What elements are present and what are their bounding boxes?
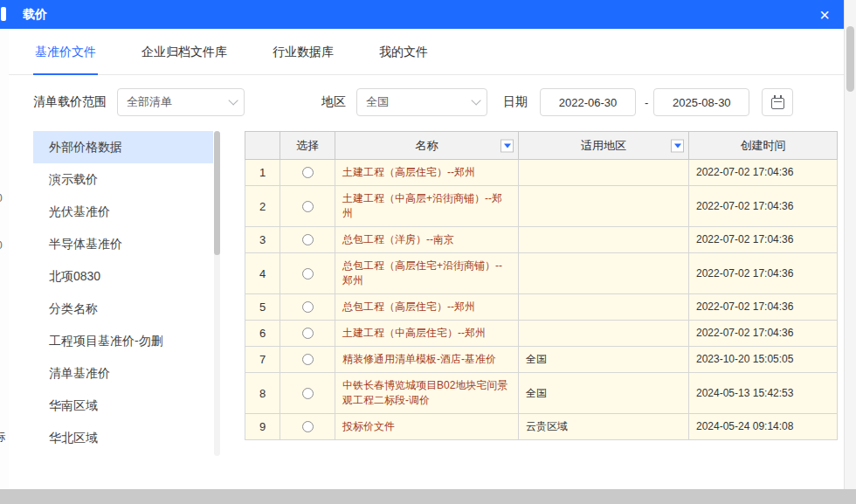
row-name: 土建工程（中高层住宅）--郑州 bbox=[335, 321, 519, 347]
row-index: 4 bbox=[245, 253, 280, 294]
row-created: 2024-05-13 15:42:53 bbox=[689, 373, 838, 414]
row-select-cell bbox=[280, 227, 335, 253]
category-sidebar: 外部价格数据演示载价光伏基准价半导体基准价北项0830分类名称工程项目基准价-勿… bbox=[33, 131, 222, 454]
date-label: 日期 bbox=[503, 94, 528, 110]
region-select[interactable]: 全国 bbox=[356, 88, 487, 116]
row-region bbox=[519, 160, 689, 186]
sidebar-item[interactable]: 光伏基准价 bbox=[33, 196, 213, 228]
table-row[interactable]: 5 总包工程（高层住宅）--郑州 2022-07-02 17:04:36 bbox=[245, 294, 838, 321]
radio-button[interactable] bbox=[302, 268, 314, 280]
sidebar-item[interactable]: 华南区域 bbox=[33, 390, 213, 422]
scope-label: 清单载价范围 bbox=[33, 94, 107, 110]
row-select-cell bbox=[280, 186, 335, 227]
sidebar-item[interactable]: 清单基准价 bbox=[33, 357, 213, 390]
radio-button[interactable] bbox=[302, 328, 314, 339]
row-index: 9 bbox=[245, 414, 280, 440]
tab-item[interactable]: 企业归档文件库 bbox=[140, 45, 229, 75]
row-name: 精装修通用清单模板-酒店-基准价 bbox=[335, 347, 519, 373]
scope-select[interactable]: 全部清单 bbox=[117, 88, 245, 116]
date-start-input[interactable]: 2022-06-30 bbox=[540, 88, 636, 116]
date-range-separator: - bbox=[645, 96, 648, 109]
row-index: 6 bbox=[245, 321, 280, 347]
region-column-header-label: 适用地区 bbox=[581, 139, 626, 152]
radio-button[interactable] bbox=[302, 388, 314, 399]
region-label: 地区 bbox=[321, 94, 346, 110]
table-row[interactable]: 7 精装修通用清单模板-酒店-基准价 全国 2023-10-20 15:05:0… bbox=[245, 347, 838, 373]
screen: 0 0 标 载价 × 基准价文件企业归档文件库行业数据库我的文件 清单载价范围 … bbox=[0, 0, 856, 504]
row-created: 2022-07-02 17:04:36 bbox=[689, 186, 838, 227]
row-name: 投标价文件 bbox=[335, 414, 519, 440]
sidebar-item[interactable]: 外部价格数据 bbox=[33, 131, 213, 163]
row-region bbox=[519, 294, 689, 321]
sidebar-item[interactable]: 演示载价 bbox=[33, 163, 213, 196]
row-created: 2022-07-02 17:04:36 bbox=[689, 160, 838, 186]
sidebar-item[interactable]: 北项0830 bbox=[33, 260, 213, 293]
tab-item[interactable]: 我的文件 bbox=[377, 45, 430, 75]
sidebar-item[interactable]: 分类名称 bbox=[33, 293, 213, 325]
calendar-icon bbox=[771, 98, 784, 109]
table-row[interactable]: 8 中铁长春博览城项目B02地块宅间景观工程二标段-调价 全国 2024-05-… bbox=[245, 373, 838, 414]
tab-item[interactable]: 基准价文件 bbox=[33, 45, 98, 75]
row-select-cell bbox=[280, 321, 335, 347]
name-column-header: 名称 bbox=[335, 132, 519, 160]
table-row[interactable]: 1 土建工程（高层住宅）--郑州 2022-07-02 17:04:36 bbox=[245, 160, 838, 186]
filter-bar: 清单载价范围 全部清单 地区 全国 日期 2022-06-30 - 2025-0… bbox=[33, 87, 821, 117]
row-region bbox=[519, 321, 689, 347]
table-row[interactable]: 3 总包工程（洋房）--南京 2022-07-02 17:04:36 bbox=[245, 227, 838, 253]
row-region: 全国 bbox=[519, 347, 689, 373]
price-file-table: 选择 名称 适用地区 创建时间 1 bbox=[245, 131, 838, 454]
date-picker-button[interactable] bbox=[762, 88, 793, 116]
tab-bar: 基准价文件企业归档文件库行业数据库我的文件 bbox=[9, 29, 844, 75]
sidebar-item[interactable]: 半导体基准价 bbox=[33, 228, 213, 260]
dialog-content: 外部价格数据演示载价光伏基准价半导体基准价北项0830分类名称工程项目基准价-勿… bbox=[33, 131, 821, 454]
sidebar-item[interactable]: 工程项目基准价-勿删 bbox=[33, 325, 213, 357]
region-filter-button[interactable] bbox=[671, 139, 684, 152]
table-row[interactable]: 9 投标价文件 云贵区域 2024-05-24 09:14:08 bbox=[245, 414, 838, 440]
row-region: 全国 bbox=[519, 373, 689, 414]
background-text-fragment: 标 bbox=[0, 430, 5, 445]
row-name: 土建工程（高层住宅）--郑州 bbox=[335, 160, 519, 186]
table-row[interactable]: 2 土建工程（中高层+沿街商铺）--郑州 2022-07-02 17:04:36 bbox=[245, 186, 838, 227]
region-column-header: 适用地区 bbox=[519, 132, 689, 160]
radio-button[interactable] bbox=[302, 301, 314, 313]
table-row[interactable]: 6 土建工程（中高层住宅）--郑州 2022-07-02 17:04:36 bbox=[245, 321, 838, 347]
sidebar-item[interactable]: 华北区域 bbox=[33, 422, 213, 454]
radio-button[interactable] bbox=[302, 234, 314, 245]
table-body: 1 土建工程（高层住宅）--郑州 2022-07-02 17:04:36 2 土… bbox=[245, 160, 838, 440]
table-header-row: 选择 名称 适用地区 创建时间 bbox=[245, 132, 838, 160]
radio-button[interactable] bbox=[302, 354, 314, 365]
background-text-fragment: 0 bbox=[0, 239, 3, 252]
row-name: 总包工程（高层住宅）--郑州 bbox=[335, 294, 519, 321]
created-column-header: 创建时间 bbox=[689, 132, 838, 160]
row-select-cell bbox=[280, 414, 335, 440]
row-index: 3 bbox=[245, 227, 280, 253]
row-index: 8 bbox=[245, 373, 280, 414]
radio-button[interactable] bbox=[302, 421, 314, 432]
radio-button[interactable] bbox=[302, 201, 314, 212]
row-name: 中铁长春博览城项目B02地块宅间景观工程二标段-调价 bbox=[335, 373, 519, 414]
row-name: 土建工程（中高层+沿街商铺）--郑州 bbox=[335, 186, 519, 227]
date-end-input[interactable]: 2025-08-30 bbox=[653, 88, 749, 116]
radio-button[interactable] bbox=[302, 167, 314, 178]
row-name: 总包工程（洋房）--南京 bbox=[335, 227, 519, 253]
row-region bbox=[519, 253, 689, 294]
load-price-dialog: 载价 × 基准价文件企业归档文件库行业数据库我的文件 清单载价范围 全部清单 地… bbox=[9, 0, 844, 489]
chevron-down-icon bbox=[228, 95, 238, 105]
row-region bbox=[519, 186, 689, 227]
close-icon[interactable]: × bbox=[819, 6, 830, 24]
background-text-fragment: 0 bbox=[0, 192, 3, 204]
filter-funnel-icon bbox=[504, 143, 511, 148]
row-index: 7 bbox=[245, 347, 280, 373]
row-created: 2022-07-02 17:04:36 bbox=[689, 227, 838, 253]
sidebar-scrollbar[interactable] bbox=[214, 131, 220, 456]
row-index: 1 bbox=[245, 160, 280, 186]
table-row[interactable]: 4 总包工程（高层住宅+沿街商铺）--郑州 2022-07-02 17:04:3… bbox=[245, 253, 838, 294]
index-column-header bbox=[245, 132, 280, 160]
page-scrollbar-thumb[interactable] bbox=[846, 26, 854, 92]
name-filter-button[interactable] bbox=[500, 139, 514, 152]
tab-item[interactable]: 行业数据库 bbox=[271, 45, 335, 75]
row-index: 5 bbox=[245, 294, 280, 321]
row-select-cell bbox=[280, 253, 335, 294]
sidebar-scrollbar-thumb[interactable] bbox=[214, 131, 220, 255]
page-scrollbar[interactable] bbox=[844, 0, 856, 504]
